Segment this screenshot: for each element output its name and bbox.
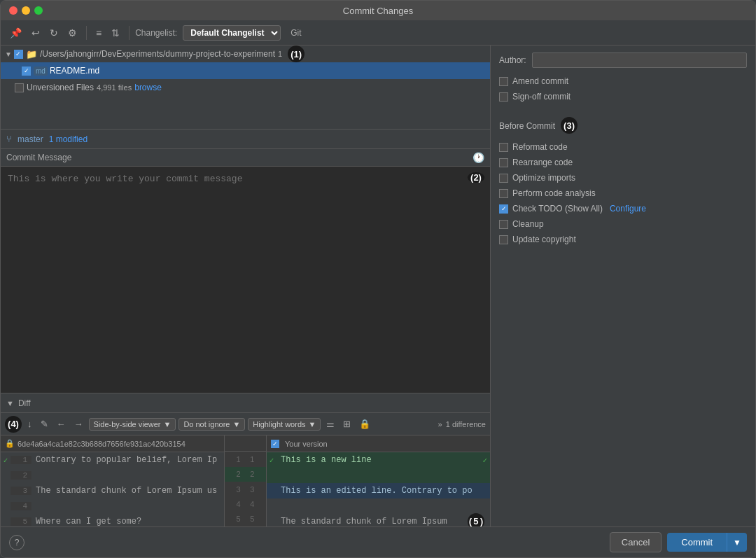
diff-right-line-4 <box>267 498 490 514</box>
commit-button-group: Commit ▼ <box>667 533 747 552</box>
optimize-checkbox[interactable] <box>499 174 508 183</box>
root-checkbox[interactable]: ✓ <box>14 50 23 59</box>
close-button[interactable] <box>9 6 18 15</box>
analysis-label: Perform code analysis <box>512 188 596 198</box>
commit-arrow-button[interactable]: ▼ <box>727 533 747 552</box>
readme-label: README.md <box>50 66 99 76</box>
readme-row[interactable]: ✓ md README.md <box>1 62 490 79</box>
folder-icon: 📁 <box>26 49 37 60</box>
diff-section: ▼ Diff (4) ↓ ✎ ← → Side-by-side viewer ▼… <box>1 393 490 526</box>
annotation-5: (5) <box>468 513 484 526</box>
unversioned-checkbox[interactable] <box>15 83 24 92</box>
commit-button[interactable]: Commit <box>667 533 727 552</box>
highlight-label: Highlight words <box>253 420 305 428</box>
changelist-label: Changelist: <box>135 28 177 38</box>
changelist-select[interactable]: Default Changelist <box>183 25 281 41</box>
unversioned-row[interactable]: Unversioned Files 4,991 files browse <box>1 79 490 96</box>
diff-content: 🔒 6de4a6a4ca1e82c3b688d7656fe931ac420b31… <box>1 435 490 526</box>
title-bar: Commit Changes <box>1 1 755 20</box>
amend-commit-checkbox[interactable] <box>499 77 508 86</box>
diff-header: ▼ Diff <box>1 393 490 413</box>
analysis-checkbox[interactable] <box>499 189 508 198</box>
diff-settings-btn[interactable]: ⚌ <box>323 417 337 431</box>
diff-left-header: 🔒 6de4a6a4ca1e82c3b688d7656fe931ac420b31… <box>1 435 224 452</box>
tree-toggle[interactable]: ▼ <box>5 50 12 58</box>
viewer-dropdown[interactable]: Side-by-side viewer ▼ <box>89 418 176 431</box>
diff-right-btn[interactable]: → <box>71 417 86 431</box>
rearrange-checkbox[interactable] <box>499 158 508 167</box>
diff-columns-btn[interactable]: ⊞ <box>340 417 354 431</box>
diff-left-content-1: Contrary to popular belief, Lorem Ip <box>31 455 217 465</box>
annotation-2: (2) <box>468 172 484 183</box>
todo-row: ✓ Check TODO (Show All) Configure <box>499 204 747 214</box>
diff-down-btn[interactable]: ↓ <box>24 417 35 431</box>
right-file-checkbox[interactable]: ✓ <box>271 440 279 448</box>
main-window: Commit Changes 📌 ↩ ↻ ⚙ ≡ ⇅ Changelist: D… <box>0 0 756 558</box>
minimize-button[interactable] <box>22 6 30 15</box>
diff-right-file: Your version <box>285 440 328 448</box>
refresh-button[interactable]: ↻ <box>46 25 62 41</box>
diff-button[interactable]: ⚙ <box>64 25 80 41</box>
reformat-checkbox[interactable] <box>499 143 508 152</box>
diff-right-line-3: This is an edited line. Contrary to po <box>267 483 490 498</box>
rearrange-label: Rearrange code <box>512 158 573 167</box>
ignore-arrow: ▼ <box>232 420 240 428</box>
configure-link[interactable]: Configure <box>610 204 646 214</box>
diff-right-line-2 <box>267 468 490 483</box>
diff-left-btn[interactable]: ← <box>54 417 69 431</box>
collapse-button[interactable]: ⇅ <box>108 25 123 41</box>
pin-button[interactable]: 📌 <box>6 25 25 41</box>
history-icon[interactable]: 🕐 <box>472 152 484 163</box>
help-button[interactable]: ? <box>9 535 24 550</box>
rearrange-row: Rearrange code <box>499 158 747 167</box>
commit-message-input[interactable] <box>1 167 473 393</box>
viewer-arrow: ▼ <box>163 420 171 428</box>
file-tree: ▼ ✓ 📁 /Users/jahongirr/DevExperiments/du… <box>1 46 490 130</box>
todo-checkbox[interactable]: ✓ <box>499 204 508 214</box>
lock-icon: 🔒 <box>5 439 15 448</box>
todo-label: Check TODO (Show All) <box>512 204 603 214</box>
diff-lock-btn[interactable]: 🔒 <box>356 417 373 431</box>
git-tab[interactable]: Git <box>290 28 301 38</box>
highlight-dropdown[interactable]: Highlight words ▼ <box>248 418 321 431</box>
maximize-button[interactable] <box>34 6 43 15</box>
bottom-bar: ? Cancel Commit ▼ <box>1 526 755 557</box>
before-commit-header: Before Commit (3) <box>499 114 747 137</box>
diff-collapse-icon[interactable]: ▼ <box>6 399 14 407</box>
unversioned-label: Unversioned Files <box>27 83 94 92</box>
author-input[interactable] <box>532 53 747 68</box>
cancel-button[interactable]: Cancel <box>610 532 662 552</box>
diff-title: Diff <box>18 398 31 408</box>
undo-button[interactable]: ↩ <box>28 25 43 41</box>
right-panel: Author: Amend commit Sign-off commit Bef… <box>491 46 755 526</box>
browse-link[interactable]: browse <box>134 83 162 92</box>
readme-checkbox[interactable]: ✓ <box>22 67 31 76</box>
ignore-dropdown[interactable]: Do not ignore ▼ <box>178 418 245 431</box>
cleanup-checkbox[interactable] <box>499 220 508 229</box>
commit-message-label: Commit Message <box>6 153 71 162</box>
highlight-arrow: ▼ <box>309 420 316 428</box>
sign-off-checkbox[interactable] <box>499 92 508 102</box>
diff-nums-2: 2 2 <box>225 467 266 482</box>
toolbar: 📌 ↩ ↻ ⚙ ≡ ⇅ Changelist: Default Changeli… <box>1 20 755 46</box>
annotation-3: (3) <box>561 117 578 134</box>
diff-left-lines: ✓ 1 Contrary to popular belief, Lorem Ip… <box>1 452 224 526</box>
sign-off-label: Sign-off commit <box>512 92 570 102</box>
toolbar-separator <box>86 26 87 40</box>
branch-status-bar: ⑂ master 1 modified <box>1 130 490 149</box>
annotation-1: (1) <box>288 46 304 62</box>
diff-right-lines: ✓ This is a new line ✓ This is an edite <box>267 452 490 526</box>
modified-badge: 1 modified <box>49 134 88 144</box>
expand-button[interactable]: ≡ <box>92 25 105 41</box>
left-panel: ▼ ✓ 📁 /Users/jahongirr/DevExperiments/du… <box>1 46 491 526</box>
copyright-checkbox[interactable] <box>499 235 508 244</box>
tree-root-row[interactable]: ▼ ✓ 📁 /Users/jahongirr/DevExperiments/du… <box>1 46 490 62</box>
cleanup-label: Cleanup <box>512 219 544 229</box>
author-row: Author: <box>499 53 747 68</box>
sign-off-row: Sign-off commit <box>499 92 747 102</box>
reformat-row: Reformat code <box>499 142 747 152</box>
unversioned-count: 4,991 files <box>97 83 132 92</box>
diff-count: » 1 difference <box>438 420 486 428</box>
diff-edit-btn[interactable]: ✎ <box>38 417 51 431</box>
copyright-row: Update copyright <box>499 235 747 244</box>
